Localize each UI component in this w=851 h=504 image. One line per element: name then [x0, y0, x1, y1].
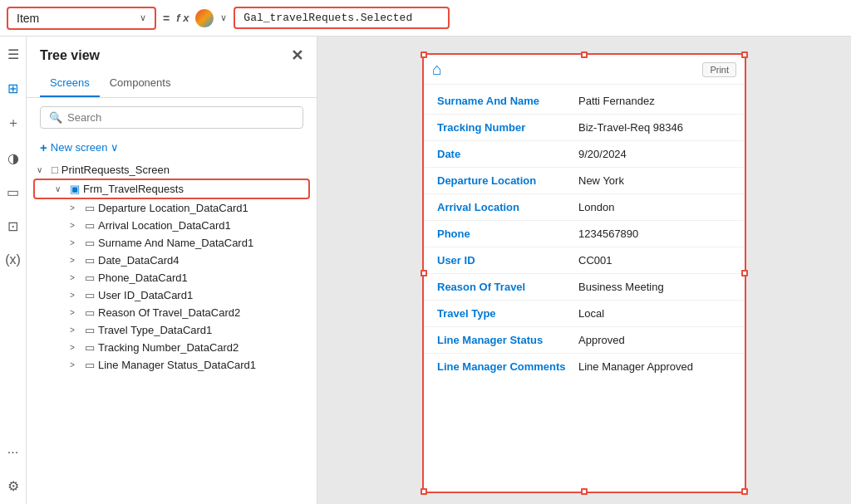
- expand-icon: >: [70, 308, 81, 317]
- form-row-arrival: Arrival Location London: [424, 194, 745, 221]
- new-screen-chevron-icon: ∨: [111, 141, 119, 154]
- field-value-traveltype: Local: [578, 307, 604, 320]
- card-icon: ▭: [85, 254, 95, 267]
- code-icon[interactable]: (x): [2, 249, 24, 271]
- tab-screens[interactable]: Screens: [40, 71, 100, 97]
- tree-item-surname[interactable]: > ▭ Surname And Name_DataCard1: [33, 234, 310, 252]
- field-label-reason: Reason Of Travel: [437, 281, 570, 293]
- tree-item-reason[interactable]: > ▭ Reason Of Travel_DataCard2: [33, 304, 310, 321]
- tree-item-label: Frm_TravelRequests: [83, 183, 184, 195]
- formula-chevron-icon: ∨: [220, 12, 227, 23]
- more-icon[interactable]: ···: [4, 442, 22, 463]
- form-row-departure: Departure Location New York: [424, 168, 745, 194]
- card-icon: ▭: [85, 237, 95, 249]
- field-value-reason: Business Meeting: [578, 281, 664, 293]
- powerapps-icon: [195, 9, 214, 27]
- tree-item-userid[interactable]: > ▭ User ID_DataCard1: [33, 286, 310, 304]
- tree-item-label: Arrival Location_DataCard1: [98, 219, 231, 232]
- data-icon[interactable]: ▭: [3, 181, 22, 203]
- form-row-linemanagerstatus: Line Manager Status Approved: [424, 327, 745, 354]
- form-row-traveltype: Travel Type Local: [424, 301, 745, 327]
- tree-item-linemanager[interactable]: > ▭ Line Manager Status_DataCard1: [33, 356, 310, 374]
- card-icon: ▭: [85, 219, 95, 232]
- tree-item-date[interactable]: > ▭ Date_DataCard4: [33, 252, 310, 269]
- expand-icon: >: [70, 238, 81, 247]
- tree-search-container: 🔍: [40, 106, 303, 129]
- expand-icon: ∨: [55, 184, 66, 193]
- field-label-arrival: Arrival Location: [437, 201, 570, 213]
- handle-bottom-right[interactable]: [741, 488, 748, 495]
- close-icon[interactable]: ✕: [291, 46, 303, 65]
- tree-item-label: Surname And Name_DataCard1: [98, 237, 253, 249]
- search-icon: 🔍: [49, 111, 62, 124]
- tab-components[interactable]: Components: [100, 71, 181, 97]
- fx-icon: f x: [176, 12, 189, 24]
- field-label-userid: User ID: [437, 254, 570, 267]
- formula-text: Gal_travelRequets.Selected: [243, 12, 412, 24]
- form-row-reason: Reason Of Travel Business Meeting: [424, 274, 745, 301]
- tree-item-tracking[interactable]: > ▭ Tracking Number_DataCard2: [33, 339, 310, 356]
- main-area: ☰ ⊞ ＋ ◑ ▭ ⊡ (x) ··· ⚙ Tree view ✕ Screen…: [0, 37, 851, 504]
- tree-item-phone[interactable]: > ▭ Phone_DataCard1: [33, 269, 310, 286]
- field-label-linemanagercomments: Line Manager Comments: [437, 360, 570, 373]
- layers-icon[interactable]: ⊞: [4, 77, 22, 100]
- formula-bar[interactable]: Gal_travelRequets.Selected: [234, 7, 450, 29]
- form-preview[interactable]: ⌂ Print Surname And Name Patti Fernandez…: [422, 53, 746, 493]
- tree-body: ∨ □ PrintRequests_Screen ∨ ▣ Frm_TravelR…: [27, 161, 317, 504]
- tree-item-label: Reason Of Travel_DataCard2: [98, 306, 240, 319]
- field-value-arrival: London: [578, 201, 614, 213]
- expand-icon: >: [70, 273, 81, 282]
- screen-icon: □: [52, 164, 58, 176]
- canvas-area: ⌂ Print Surname And Name Patti Fernandez…: [317, 37, 851, 504]
- field-value-userid: CC001: [578, 254, 612, 267]
- tree-item-label: PrintRequests_Screen: [61, 164, 170, 176]
- item-dropdown[interactable]: Item ∨: [7, 7, 156, 30]
- tree-header: Tree view ✕: [27, 37, 317, 71]
- handle-top-middle[interactable]: [581, 51, 588, 58]
- field-value-date: 9/20/2024: [578, 148, 627, 160]
- field-value-tracking: Biz-Travel-Req 98346: [578, 121, 683, 134]
- tree-item-label: Travel Type_DataCard1: [98, 324, 212, 336]
- print-button[interactable]: Print: [702, 62, 736, 77]
- handle-middle-left[interactable]: [421, 270, 427, 276]
- settings-icon[interactable]: ⚙: [4, 475, 22, 497]
- field-label-departure: Departure Location: [437, 174, 570, 187]
- handle-bottom-left[interactable]: [421, 488, 427, 495]
- field-label-phone: Phone: [437, 228, 570, 240]
- controls-icon[interactable]: ⊡: [4, 215, 22, 237]
- handle-top-right[interactable]: [741, 51, 748, 58]
- field-label-tracking: Tracking Number: [437, 121, 570, 134]
- theme-icon[interactable]: ◑: [4, 147, 22, 169]
- field-label-date: Date: [437, 148, 570, 160]
- expand-icon: >: [70, 360, 81, 369]
- expand-icon: >: [70, 256, 81, 265]
- card-icon: ▭: [85, 341, 95, 354]
- search-input[interactable]: [67, 111, 294, 124]
- form-row-phone: Phone 1234567890: [424, 221, 745, 247]
- field-value-surname: Patti Fernandez: [578, 95, 655, 107]
- add-icon[interactable]: ＋: [3, 111, 23, 135]
- tree-item-label: Line Manager Status_DataCard1: [98, 359, 256, 371]
- expand-icon: >: [70, 325, 81, 335]
- tree-item-printscreen[interactable]: ∨ □ PrintRequests_Screen: [33, 161, 310, 179]
- handle-top-left[interactable]: [421, 51, 427, 58]
- item-dropdown-label: Item: [17, 12, 135, 25]
- menu-icon[interactable]: ☰: [4, 43, 22, 66]
- field-label-linemanagerstatus: Line Manager Status: [437, 334, 570, 346]
- new-screen-button[interactable]: + New screen ∨: [27, 137, 317, 161]
- form-row-userid: User ID CC001: [424, 247, 745, 274]
- tree-item-traveltype[interactable]: > ▭ Travel Type_DataCard1: [33, 321, 310, 339]
- form-fields: Surname And Name Patti Fernandez Trackin…: [424, 85, 745, 383]
- form-row-date: Date 9/20/2024: [424, 141, 745, 168]
- form-top-bar: ⌂ Print: [424, 55, 745, 85]
- new-screen-label: New screen: [51, 141, 108, 154]
- handle-middle-right[interactable]: [741, 270, 748, 276]
- home-icon[interactable]: ⌂: [432, 60, 442, 79]
- tree-tabs: Screens Components: [27, 71, 317, 98]
- field-value-linemanagercomments: Line Manager Approved: [578, 360, 693, 373]
- tree-item-arrival[interactable]: > ▭ Arrival Location_DataCard1: [33, 217, 310, 234]
- handle-bottom-middle[interactable]: [581, 488, 588, 495]
- tree-item-frm-travelrequests[interactable]: ∨ ▣ Frm_TravelRequests: [33, 179, 310, 199]
- tree-item-departure[interactable]: > ▭ Departure Location_DataCard1: [33, 199, 310, 217]
- card-icon: ▭: [85, 202, 95, 214]
